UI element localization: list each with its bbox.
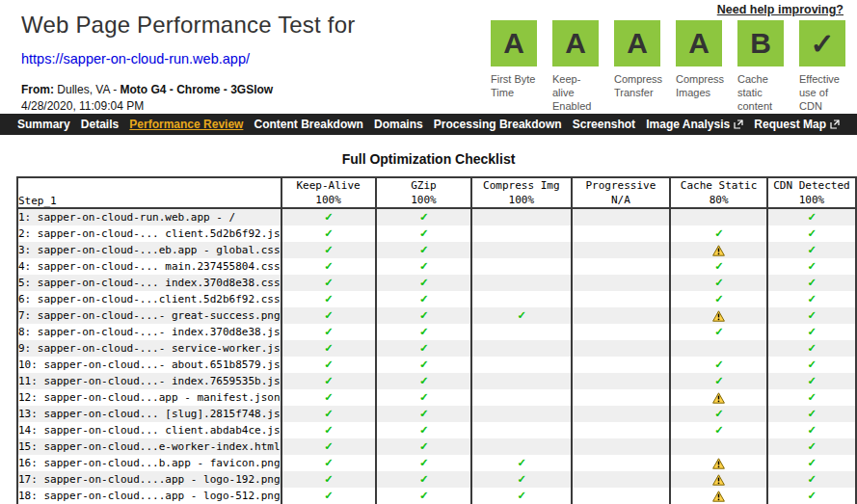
checklist-cell [471, 438, 571, 455]
checklist-cell: ✓ [281, 471, 376, 488]
table-row: 12: sapper-on-cloud...app - manifest.jso… [17, 389, 856, 406]
green-check-icon: ✓ [715, 258, 723, 273]
green-check-icon: ✓ [420, 471, 428, 486]
table-row: 7: sapper-on-cloud-...- great-success.pn… [17, 307, 856, 324]
green-check-icon: ✓ [808, 242, 816, 256]
green-check-icon: ✓ [715, 422, 723, 437]
checklist-cell [572, 275, 671, 291]
checklist-cell [572, 438, 671, 455]
checklist-cell: ✓ [376, 422, 472, 438]
green-check-icon: ✓ [808, 307, 816, 322]
checklist-cell [572, 307, 671, 324]
checklist-cell: ✓ [670, 291, 766, 307]
green-check-icon: ✓ [420, 242, 428, 256]
table-row: 9: sapper-on-cloud-...- service-worker.j… [17, 340, 856, 357]
table-row: 13: sapper-on-cloud... [slug].2815f748.j… [17, 406, 856, 422]
grade-cache-static-content: BCache static content [737, 20, 784, 113]
step-label: Step_1 [17, 177, 281, 208]
checklist-cell: ✓ [376, 373, 472, 389]
checklist-cell: ✓ [767, 324, 856, 340]
checklist-cell: ✓ [376, 406, 472, 422]
nav-item-request-map[interactable]: Request Map [754, 118, 840, 131]
green-check-icon: ✓ [325, 340, 333, 355]
green-check-icon: ✓ [808, 209, 816, 224]
checklist-cell: ✓ [281, 275, 376, 291]
main-content: Full Optimization Checklist Step_1Keep-A… [0, 151, 857, 504]
checklist-cell: ✓ [670, 275, 766, 291]
grade-compress-transfer: ACompress Transfer [614, 20, 660, 113]
checklist-cell: ✓ [376, 208, 472, 225]
grade-box-first-byte-time[interactable]: A [491, 20, 537, 66]
checklist-cell: ✓ [281, 406, 376, 422]
nav-item-performance-review[interactable]: Performance Review [129, 118, 243, 131]
checklist-cell: ✓ [767, 258, 856, 275]
green-check-icon: ✓ [808, 488, 816, 502]
checklist-cell [471, 291, 571, 307]
request-label: 15: sapper-on-cloud...e-worker-index.htm… [17, 438, 281, 455]
checklist-cell [471, 389, 571, 406]
column-header-cache-static: Cache Static80% [670, 177, 766, 208]
nav-item-summary[interactable]: Summary [17, 118, 70, 131]
checklist-cell: ✓ [376, 340, 472, 357]
checklist-cell [670, 438, 766, 455]
checklist-cell: ✓ [281, 208, 376, 225]
checklist-cell: ✓ [670, 324, 766, 340]
grade-summary: AFirst Byte TimeAKeep-alive EnabledAComp… [491, 20, 845, 113]
request-label: 16: sapper-on-cloud...b.app - favicon.pn… [17, 455, 281, 471]
grade-box-cache-static-content[interactable]: B [737, 20, 784, 66]
nav-bar: SummaryDetailsPerformance ReviewContent … [0, 114, 857, 135]
green-check-icon: ✓ [325, 357, 333, 371]
checklist-cell: ✓ [281, 438, 376, 455]
checklist-cell [471, 340, 571, 357]
nav-item-processing-breakdown[interactable]: Processing Breakdown [434, 118, 562, 131]
checklist-cell: ✓ [281, 291, 376, 307]
checklist-cell: ✓ [281, 422, 376, 438]
grade-box-compress-transfer[interactable]: A [614, 20, 660, 66]
checklist-cell: ✓ [767, 488, 856, 504]
table-row: 14: sapper-on-cloud... client.abdab4ce.j… [17, 422, 856, 438]
green-check-icon: ✓ [420, 258, 428, 273]
checklist-cell [471, 324, 571, 340]
checklist-cell: ✓ [670, 422, 766, 438]
green-check-icon: ✓ [420, 209, 428, 224]
grade-box-compress-images[interactable]: A [676, 20, 722, 66]
checklist-cell: ✓ [670, 357, 766, 373]
nav-item-domains[interactable]: Domains [374, 118, 423, 131]
green-check-icon: ✓ [325, 389, 333, 404]
green-check-icon: ✓ [325, 291, 333, 305]
checklist-cell: ✓ [281, 258, 376, 275]
checklist-cell [572, 389, 671, 406]
grade-box-keep-alive-enabled[interactable]: A [552, 20, 599, 66]
checklist-cell: ✓ [767, 438, 856, 455]
green-check-icon: ✓ [808, 455, 816, 469]
green-check-icon: ✓ [518, 455, 525, 469]
table-row: 17: sapper-on-cloud....app - logo-192.pn… [17, 471, 856, 488]
green-check-icon: ✓ [325, 438, 333, 453]
checklist-cell [670, 471, 766, 488]
green-check-icon: ✓ [325, 455, 333, 469]
green-check-icon: ✓ [518, 488, 525, 502]
checklist-cell: ✓ [376, 225, 472, 242]
checklist-cell: ✓ [376, 307, 472, 324]
nav-item-details[interactable]: Details [81, 118, 119, 131]
green-check-icon: ✓ [420, 340, 428, 355]
checklist-cell [471, 225, 571, 242]
checklist-cell: ✓ [767, 422, 856, 438]
checklist-cell: ✓ [767, 471, 856, 488]
checklist-cell [471, 242, 571, 258]
nav-item-content-breakdown[interactable]: Content Breakdown [254, 118, 363, 131]
yellow-warning-icon [712, 490, 725, 502]
nav-item-image-analysis[interactable]: Image Analysis [646, 118, 743, 131]
table-row: 10: sapper-on-cloud...- about.651b8579.j… [17, 357, 856, 373]
grade-box-effective-use-of-cdn[interactable]: ✓ [799, 20, 845, 66]
checklist-cell: ✓ [767, 455, 856, 471]
checklist-cell: ✓ [471, 307, 571, 324]
checklist-cell: ✓ [376, 438, 472, 455]
checklist-cell [670, 242, 766, 258]
green-check-icon: ✓ [325, 406, 333, 420]
need-help-link[interactable]: Need help improving? [491, 3, 844, 16]
table-row: 2: sapper-on-cloud-... client.5d2b6f92.j… [17, 225, 856, 242]
nav-item-screenshot[interactable]: Screenshot [573, 118, 635, 131]
checklist-cell [572, 406, 671, 422]
checklist-cell [572, 291, 671, 307]
